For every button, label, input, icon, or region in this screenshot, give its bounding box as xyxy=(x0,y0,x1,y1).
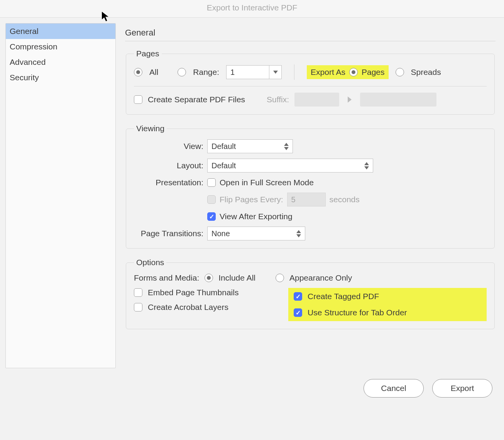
chevron-up-icon xyxy=(284,143,289,146)
checkbox-view-after[interactable] xyxy=(207,212,216,221)
radio-spreads-label: Spreads xyxy=(411,68,441,77)
radio-include-all[interactable] xyxy=(205,274,213,282)
cancel-button[interactable]: Cancel xyxy=(364,379,424,398)
options-group: Options Forms and Media: Include All App… xyxy=(126,258,495,329)
radio-range[interactable] xyxy=(178,68,186,76)
suffix-label: Suffix: xyxy=(267,95,289,104)
radio-appearance-only[interactable] xyxy=(276,274,284,282)
layout-label: Layout: xyxy=(134,161,203,170)
checkbox-flip-pages-label: Flip Pages Every: xyxy=(220,195,283,204)
suffix-field-1 xyxy=(294,93,339,107)
export-button[interactable]: Export xyxy=(432,379,492,398)
chevron-up-icon xyxy=(364,162,369,165)
checkbox-embed-thumbs[interactable] xyxy=(134,288,142,297)
section-divider xyxy=(125,41,496,41)
range-value: 1 xyxy=(227,66,269,79)
view-value: Default xyxy=(211,142,236,151)
range-combo[interactable]: 1 xyxy=(226,65,282,79)
checkbox-tab-order-label: Use Structure for Tab Order xyxy=(308,308,407,317)
radio-pages-label: Pages xyxy=(362,68,385,77)
transitions-select[interactable]: None xyxy=(207,227,305,240)
checkbox-fullscreen-label: Open in Full Screen Mode xyxy=(220,178,314,187)
layout-value: Default xyxy=(211,161,236,170)
chevron-down-icon xyxy=(364,166,369,169)
sidebar-item-general[interactable]: General xyxy=(6,24,115,39)
triangle-right-icon xyxy=(348,96,352,103)
dialog-title: Export to Interactive PDF xyxy=(0,0,504,18)
checkbox-tagged-pdf[interactable] xyxy=(294,292,302,301)
layout-select[interactable]: Default xyxy=(207,159,373,173)
radio-include-all-label: Include All xyxy=(218,273,255,283)
radio-all-label: All xyxy=(149,68,158,77)
checkbox-tagged-pdf-label: Create Tagged PDF xyxy=(308,292,379,301)
export-as-label: Export As xyxy=(311,68,345,77)
forms-media-label: Forms and Media: xyxy=(134,273,199,283)
transitions-label: Page Transitions: xyxy=(134,229,203,238)
checkbox-flip-pages xyxy=(207,195,216,204)
sidebar-item-security[interactable]: Security xyxy=(6,70,115,85)
presentation-label: Presentation: xyxy=(134,178,203,187)
chevron-down-icon xyxy=(273,71,278,74)
radio-spreads[interactable] xyxy=(396,68,404,76)
sidebar: General Compression Advanced Security xyxy=(5,23,116,368)
pages-legend: Pages xyxy=(134,49,162,58)
radio-all[interactable] xyxy=(134,68,142,76)
checkbox-create-separate[interactable] xyxy=(134,95,142,104)
transitions-value: None xyxy=(211,229,230,238)
checkbox-embed-thumbs-label: Embed Page Thumbnails xyxy=(148,288,238,297)
export-as-highlight: Export As Pages xyxy=(307,65,388,79)
main-panel: General Pages All Range: 1 Export As xyxy=(116,23,496,368)
viewing-legend: Viewing xyxy=(134,124,167,133)
sidebar-item-advanced[interactable]: Advanced xyxy=(6,54,115,70)
checkbox-acrobat-layers-label: Create Acrobat Layers xyxy=(148,303,228,312)
chevron-down-icon xyxy=(284,147,289,150)
checkbox-fullscreen[interactable] xyxy=(207,178,216,187)
pages-inner-divider xyxy=(134,86,487,86)
vertical-divider xyxy=(294,64,294,80)
view-select[interactable]: Default xyxy=(207,139,293,153)
pages-group: Pages All Range: 1 Export As Pages xyxy=(126,49,495,115)
checkbox-view-after-label: View After Exporting xyxy=(220,212,293,221)
flip-seconds-input: 5 xyxy=(287,193,326,206)
options-highlight: Create Tagged PDF Use Structure for Tab … xyxy=(288,288,487,321)
suffix-field-2 xyxy=(360,93,436,107)
dialog-footer: Cancel Export xyxy=(364,379,492,398)
range-dropdown-button[interactable] xyxy=(269,66,281,79)
chevron-down-icon xyxy=(296,234,301,237)
section-title: General xyxy=(125,28,496,38)
options-legend: Options xyxy=(134,258,166,267)
radio-appearance-only-label: Appearance Only xyxy=(289,273,352,283)
checkbox-acrobat-layers[interactable] xyxy=(134,303,142,311)
flip-seconds-unit: seconds xyxy=(330,195,360,204)
view-label: View: xyxy=(134,142,203,151)
checkbox-tab-order[interactable] xyxy=(294,308,302,317)
radio-range-label: Range: xyxy=(193,68,219,77)
chevron-up-icon xyxy=(296,230,301,233)
radio-pages[interactable] xyxy=(349,68,358,76)
sidebar-item-compression[interactable]: Compression xyxy=(6,39,115,54)
viewing-group: Viewing View: Default Layout: Default Pr… xyxy=(126,124,495,249)
checkbox-create-separate-label: Create Separate PDF Files xyxy=(148,95,245,104)
